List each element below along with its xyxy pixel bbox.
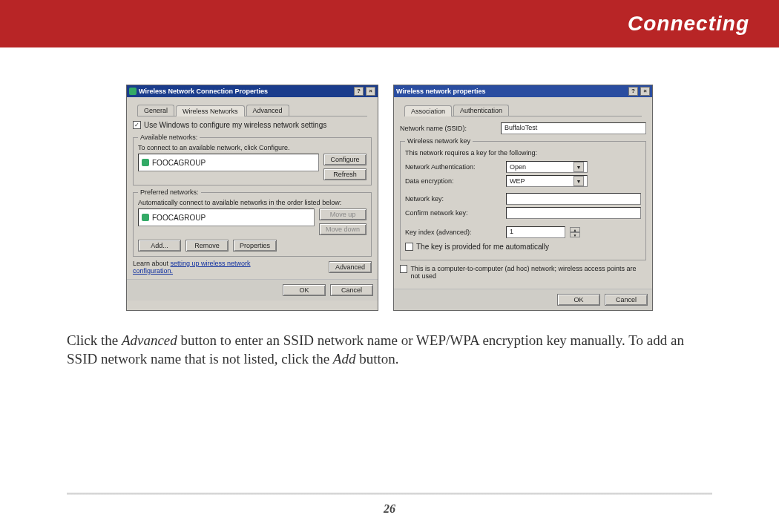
netkey-label: Network key: [405,195,502,203]
use-windows-label: Use Windows to configure my wireless net… [144,121,326,129]
preferred-list[interactable]: FOOCAGROUP [138,208,315,226]
preferred-item: FOOCAGROUP [152,214,206,222]
keyindex-label: Key index (advanced): [405,229,502,236]
tab-wireless-networks[interactable]: Wireless Networks [176,105,245,116]
instruction-text: Click the Advanced button to enter an SS… [67,332,712,368]
available-hint: To connect to an available network, clic… [138,144,367,151]
enc-label: Data encryption: [405,177,502,185]
enc-value: WEP [510,177,525,185]
caption-em-add: Add [333,351,356,367]
spin-down-icon[interactable]: ▼ [570,232,580,237]
page-title: Connecting [628,12,749,36]
learn-text: Learn about [133,260,171,267]
wireless-network-properties-dialog: Wireless network properties ? × Associat… [393,85,653,311]
ssid-input[interactable]: BuffaloTest [501,122,646,134]
tab-authentication[interactable]: Authentication [453,105,509,116]
wireless-connection-properties-dialog: Wireless Network Connection Properties ?… [126,85,378,311]
dialog-body: Association Authentication Network name … [394,97,652,289]
auth-label: Network Authentication: [405,163,502,171]
signal-icon [142,214,149,221]
caption-pre: Click the [67,332,122,348]
available-item: FOOCAGROUP [152,159,206,167]
remove-button[interactable]: Remove [185,240,229,252]
title-bar: Wireless Network Connection Properties ?… [127,85,378,97]
adhoc-checkbox[interactable] [400,265,407,273]
cancel-button[interactable]: Cancel [330,284,373,296]
caption-post: button. [355,351,398,367]
netkey-input[interactable] [506,193,641,205]
key-hint: This network requires a key for the foll… [405,149,641,157]
available-networks-group: Available networks: To connect to an ava… [133,134,372,185]
preferred-networks-group: Preferred networks: Automatically connec… [133,188,372,257]
use-windows-row: ✓ Use Windows to configure my wireless n… [133,121,372,129]
window-title: Wireless network properties [396,88,626,95]
ok-button[interactable]: OK [283,284,326,296]
app-icon [129,88,137,95]
spin-up-icon[interactable]: ▲ [570,227,580,232]
autokey-checkbox[interactable] [405,243,413,251]
title-bar: Wireless network properties ? × [394,85,652,97]
ok-button[interactable]: OK [557,294,600,306]
footer-divider [67,492,712,495]
dialog-body: General Wireless Networks Advanced ✓ Use… [127,97,378,279]
signal-icon [142,159,149,166]
tab-general[interactable]: General [137,105,174,116]
auth-value: Open [510,163,526,171]
available-list[interactable]: FOOCAGROUP [138,154,319,171]
available-legend: Available networks: [138,134,200,141]
refresh-button[interactable]: Refresh [323,168,367,180]
caption-em-advanced: Advanced [122,332,177,348]
move-down-button[interactable]: Move down [319,223,367,235]
configure-button[interactable]: Configure [323,154,367,165]
use-windows-checkbox[interactable]: ✓ [133,121,141,129]
add-button[interactable]: Add... [138,240,181,252]
confirm-label: Confirm network key: [405,209,502,217]
move-up-button[interactable]: Move up [319,208,367,220]
chevron-down-icon: ▼ [573,176,584,186]
confirm-input[interactable] [506,207,641,219]
dialog-footer: OK Cancel [127,279,378,301]
tab-association[interactable]: Association [404,105,452,116]
advanced-button[interactable]: Advanced [329,261,372,273]
preferred-hint: Automatically connect to available netwo… [138,199,367,206]
properties-button[interactable]: Properties [233,240,277,252]
screenshot-row: Wireless Network Connection Properties ?… [0,85,779,311]
close-icon[interactable]: × [366,87,375,96]
close-icon[interactable]: × [640,87,650,96]
preferred-legend: Preferred networks: [138,188,201,196]
key-legend: Wireless network key [405,137,473,145]
tab-strip: Association Authentication [404,105,642,116]
chevron-down-icon: ▼ [573,162,584,172]
help-icon[interactable]: ? [628,87,638,96]
wireless-key-group: Wireless network key This network requir… [400,137,646,260]
auth-dropdown[interactable]: Open ▼ [506,161,588,173]
keyindex-input[interactable]: 1 [506,226,565,238]
help-icon[interactable]: ? [354,87,364,96]
enc-dropdown[interactable]: WEP ▼ [506,175,588,187]
adhoc-label: This is a computer-to-computer (ad hoc) … [410,265,646,280]
autokey-label: The key is provided for me automatically [416,243,549,251]
tab-advanced[interactable]: Advanced [246,105,289,116]
window-title: Wireless Network Connection Properties [139,88,352,95]
tab-strip: General Wireless Networks Advanced [137,105,367,116]
page-number: 26 [0,502,779,516]
dialog-footer: OK Cancel [394,289,652,310]
page-header: Connecting [0,0,779,47]
ssid-label: Network name (SSID): [400,125,496,132]
cancel-button[interactable]: Cancel [605,294,648,306]
learn-about: Learn about setting up wireless network … [133,260,281,275]
